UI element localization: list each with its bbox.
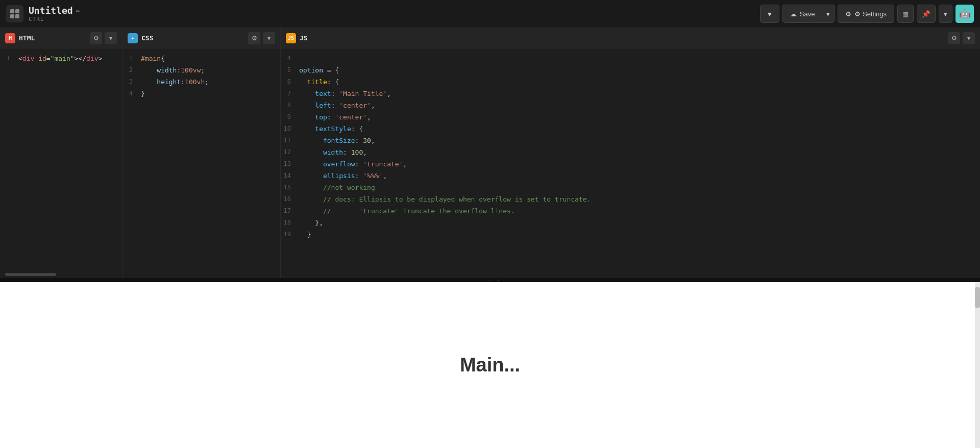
code-line: 1 <div id="main"></div> [0,53,122,64]
line-number: 2 [122,64,141,76]
topbar-right: ♥ ☁ Save ▾ ⚙ ⚙ Settings ▦ 📌 ▾ 🤖 [760,5,974,23]
line-number: 16 [281,193,299,205]
save-label: Save [800,10,815,18]
line-content: text: 'Main Title', [299,88,980,99]
preview-scrollbar-thumb[interactable] [975,287,980,308]
line-content: left: 'center', [299,99,980,111]
save-button[interactable]: ☁ Save [782,5,822,23]
line-number: 14 [281,170,299,182]
css-badge: ✦ [128,33,138,43]
cloud-icon: ☁ [790,10,797,18]
line-content: fontSize: 30, [299,135,980,146]
chevron-down-icon: ▾ [944,10,947,18]
line-number: 10 [281,123,299,135]
pin-icon: 📌 [922,10,930,18]
html-panel-controls: ⚙ ▾ [90,32,117,44]
code-line: 13 overflow: 'truncate', [281,158,980,170]
heart-button[interactable]: ♥ [760,5,779,23]
html-badge: H [5,33,15,43]
css-settings-btn[interactable]: ⚙ [248,32,260,44]
line-content: } [141,88,280,99]
preview-scrollbar[interactable] [975,282,980,448]
line-number: 1 [122,53,141,64]
line-content: <div id="main"></div> [18,53,122,64]
line-content: overflow: 'truncate', [299,158,980,170]
html-panel-label: H HTML [5,33,35,43]
line-number: 15 [281,182,299,193]
line-number: 9 [281,111,299,123]
preview-area: Main... [0,282,980,448]
line-content: }, [299,217,980,229]
line-number: 18 [281,217,299,229]
css-panel-body[interactable]: 1 #main{ 2 width:100vw; 3 height:100vh; … [122,48,280,278]
app-subtitle: CTRL [29,16,80,22]
css-panel-header: ✦ CSS ⚙ ▾ [122,28,280,48]
settings-icon: ⚙ [845,10,851,18]
pin-button[interactable]: 📌 [917,5,936,23]
code-line: 4 [281,53,980,64]
save-dropdown-button[interactable]: ▾ [822,5,835,23]
app-logo [6,5,23,22]
code-line: 11 fontSize: 30, [281,135,980,146]
save-group: ☁ Save ▾ [782,5,835,23]
line-number: 11 [281,135,299,146]
line-number: 7 [281,88,299,99]
line-content: #main{ [141,53,280,64]
js-chevron-btn[interactable]: ▾ [963,32,975,44]
line-content: } [299,229,980,240]
js-panel-controls: ⚙ ▾ [948,32,975,44]
html-panel-header: H HTML ⚙ ▾ [0,28,122,48]
line-number: 12 [281,146,299,158]
line-content: // 'truncate' Truncate the overflow line… [299,205,980,217]
html-label: HTML [19,34,35,42]
code-line: 17 // 'truncate' Truncate the overflow l… [281,205,980,217]
html-panel-body[interactable]: 1 <div id="main"></div> [0,48,122,278]
js-badge: JS [286,33,296,43]
line-number: 1 [0,53,18,64]
chevron-button[interactable]: ▾ [939,5,952,23]
code-line: 1 #main{ [122,53,280,64]
html-code-container: 1 <div id="main"></div> [0,48,122,278]
js-settings-btn[interactable]: ⚙ [948,32,960,44]
js-panel-body[interactable]: 4 5 option = { 6 title: { 7 text: 'Main … [281,48,980,278]
css-panel-controls: ⚙ ▾ [248,32,275,44]
css-panel: ✦ CSS ⚙ ▾ 1 #main{ 2 width:100vw; 3 [122,28,281,278]
avatar-button[interactable]: 🤖 [955,5,974,23]
html-scrollbar[interactable] [5,273,56,276]
line-content: option = { [299,64,980,76]
line-number: 5 [281,64,299,76]
css-chevron-btn[interactable]: ▾ [263,32,275,44]
app-title: Untitled ✏ [29,5,80,16]
css-label: CSS [141,34,153,42]
edit-icon[interactable]: ✏ [76,7,80,14]
code-line: 2 width:100vw; [122,64,280,76]
code-line: 12 width: 100, [281,146,980,158]
line-content: top: 'center', [299,111,980,123]
preview-main-text: Main... [460,354,520,376]
code-line: 3 height:100vh; [122,76,280,88]
editor-area: H HTML ⚙ ▾ 1 <div id="main"></div> ✦ CSS [0,28,980,278]
heart-icon: ♥ [768,10,772,18]
js-panel-label: JS JS [286,33,308,43]
line-content: height:100vh; [141,76,280,88]
svg-rect-3 [15,14,19,18]
line-number: 13 [281,158,299,170]
code-line: 18 }, [281,217,980,229]
settings-button[interactable]: ⚙ ⚙ Settings [838,5,894,23]
html-settings-btn[interactable]: ⚙ [90,32,102,44]
settings-label: ⚙ Settings [854,10,887,18]
html-chevron-btn[interactable]: ▾ [105,32,117,44]
editor-preview-divider[interactable]: · · · [0,278,980,282]
grid-button[interactable]: ▦ [897,5,914,23]
js-code-container: 4 5 option = { 6 title: { 7 text: 'Main … [281,48,980,278]
line-content: ellipsis: '%%%', [299,170,980,182]
line-number: 8 [281,99,299,111]
topbar-left: Untitled ✏ CTRL [6,5,80,22]
html-panel: H HTML ⚙ ▾ 1 <div id="main"></div> [0,28,122,278]
topbar: Untitled ✏ CTRL ♥ ☁ Save ▾ ⚙ ⚙ Settings … [0,0,980,28]
js-label: JS [300,34,308,42]
grid-icon: ▦ [902,10,909,18]
css-code-container: 1 #main{ 2 width:100vw; 3 height:100vh; … [122,48,280,278]
line-number: 3 [122,76,141,88]
js-panel-header: JS JS ⚙ ▾ [281,28,980,48]
